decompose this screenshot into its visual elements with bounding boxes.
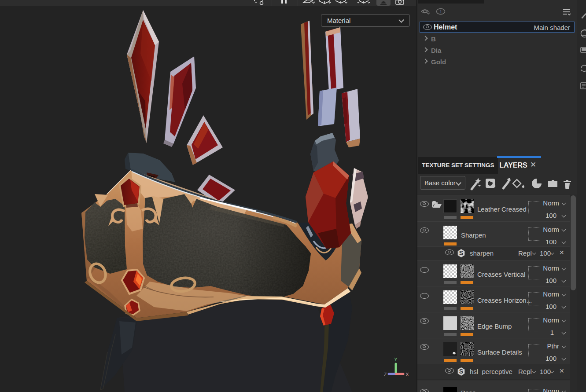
svg-text:Z: Z (384, 372, 387, 377)
svg-text:Y: Y (394, 357, 398, 362)
svg-text:1: 1 (439, 9, 442, 14)
svg-text:X: X (405, 372, 409, 377)
